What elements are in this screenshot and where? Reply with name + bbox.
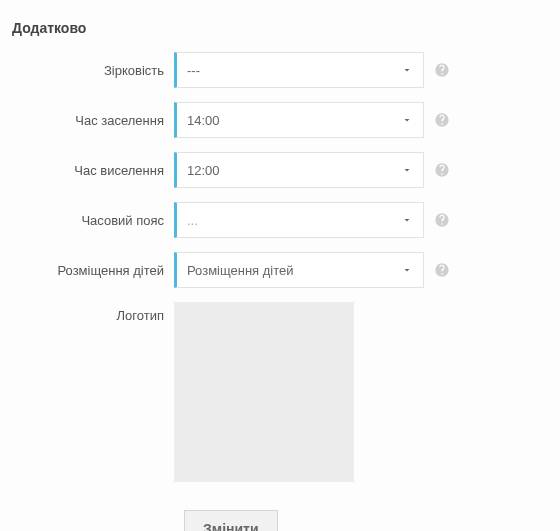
- label-checkin: Час заселення: [12, 113, 174, 128]
- label-stars: Зірковість: [12, 63, 174, 78]
- field-checkout: Час виселення 12:00: [12, 152, 548, 188]
- field-kids: Розміщення дітей Розміщення дітей: [12, 252, 548, 288]
- chevron-down-icon: [401, 264, 413, 276]
- field-tz: Часовий пояс ...: [12, 202, 548, 238]
- help-icon[interactable]: [434, 262, 450, 278]
- logo-upload-area[interactable]: [174, 302, 354, 482]
- select-tz[interactable]: ...: [174, 202, 424, 238]
- change-button[interactable]: Змінити: [184, 510, 278, 531]
- help-icon[interactable]: [434, 62, 450, 78]
- select-value: ...: [187, 213, 401, 228]
- select-value: 12:00: [187, 163, 401, 178]
- help-icon[interactable]: [434, 112, 450, 128]
- select-value: Розміщення дітей: [187, 263, 401, 278]
- label-kids: Розміщення дітей: [12, 263, 174, 278]
- field-logo: Логотип: [12, 302, 548, 482]
- help-icon[interactable]: [434, 212, 450, 228]
- label-checkout: Час виселення: [12, 163, 174, 178]
- select-checkout[interactable]: 12:00: [174, 152, 424, 188]
- select-value: 14:00: [187, 113, 401, 128]
- select-stars[interactable]: ---: [174, 52, 424, 88]
- select-kids[interactable]: Розміщення дітей: [174, 252, 424, 288]
- select-value: ---: [187, 63, 401, 78]
- chevron-down-icon: [401, 114, 413, 126]
- help-icon[interactable]: [434, 162, 450, 178]
- section-title: Додатково: [12, 20, 548, 36]
- label-tz: Часовий пояс: [12, 213, 174, 228]
- field-stars: Зірковість ---: [12, 52, 548, 88]
- label-logo: Логотип: [12, 302, 174, 323]
- chevron-down-icon: [401, 64, 413, 76]
- select-checkin[interactable]: 14:00: [174, 102, 424, 138]
- chevron-down-icon: [401, 214, 413, 226]
- field-checkin: Час заселення 14:00: [12, 102, 548, 138]
- chevron-down-icon: [401, 164, 413, 176]
